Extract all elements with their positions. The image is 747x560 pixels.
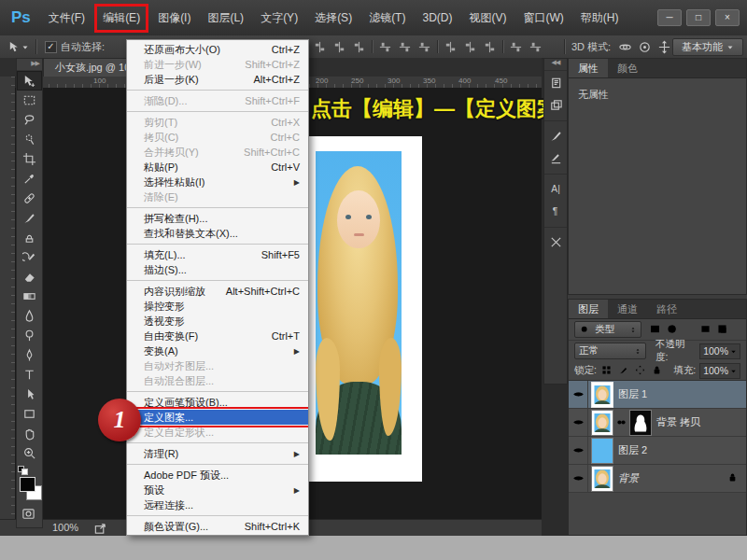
menu-image[interactable]: 图像(I) bbox=[149, 7, 199, 30]
menu-window[interactable]: 窗口(W) bbox=[514, 7, 571, 30]
pixel-layer-filter-button[interactable] bbox=[649, 323, 661, 337]
paragraph-panel-button[interactable]: ¶ bbox=[544, 200, 567, 222]
rectangle-shape-tool[interactable] bbox=[17, 404, 42, 424]
quick-mask-button[interactable] bbox=[21, 505, 35, 522]
history-panel-button[interactable] bbox=[544, 71, 567, 93]
quick-selection-tool[interactable] bbox=[17, 130, 42, 149]
zoom-tool[interactable] bbox=[17, 443, 42, 463]
lasso-tool[interactable] bbox=[17, 110, 42, 130]
eye-icon[interactable] bbox=[572, 388, 585, 400]
properties-tab[interactable]: 属性 bbox=[569, 59, 608, 77]
align-right-edges-button[interactable] bbox=[417, 40, 431, 54]
menu-edit[interactable]: 编辑(E) bbox=[94, 4, 148, 33]
layer-thumbnail[interactable] bbox=[588, 383, 616, 407]
path-selection-tool[interactable] bbox=[17, 385, 42, 404]
edit-menu-item-purge[interactable]: 清理(R)▶ bbox=[127, 446, 308, 461]
tools-panel-collapse[interactable]: ▶▶ bbox=[17, 59, 42, 71]
layer-thumbnail[interactable] bbox=[588, 439, 616, 463]
menu-layer[interactable]: 图层(L) bbox=[199, 7, 252, 30]
menu-file[interactable]: 文件(F) bbox=[40, 7, 93, 30]
layers-tab[interactable]: 图层 bbox=[569, 300, 608, 318]
move-tool[interactable] bbox=[17, 71, 42, 91]
edit-menu-item-define-brush-preset[interactable]: 定义画笔预设(B)... bbox=[127, 395, 308, 410]
export-icon[interactable] bbox=[93, 522, 107, 536]
align-top-edges-button[interactable] bbox=[313, 40, 327, 54]
lock-image-pixels-button[interactable] bbox=[617, 364, 629, 378]
distribute-horizontal-centers-button[interactable] bbox=[529, 40, 543, 54]
edit-menu-item-undo-canvas-size[interactable]: 还原画布大小(O)Ctrl+Z bbox=[127, 42, 308, 57]
distribute-vertical-centers-button[interactable] bbox=[463, 40, 477, 54]
hand-tool[interactable] bbox=[17, 424, 42, 443]
edit-menu-item-define-pattern[interactable]: 定义图案... bbox=[127, 410, 308, 425]
layer-thumbnail[interactable] bbox=[588, 411, 655, 435]
align-horizontal-centers-button[interactable] bbox=[398, 40, 412, 54]
eye-icon[interactable] bbox=[572, 416, 585, 428]
foreground-color-swatch[interactable] bbox=[20, 477, 35, 492]
blend-mode-select[interactable]: 正常 bbox=[574, 343, 646, 359]
close-button[interactable]: × bbox=[715, 9, 740, 26]
auto-select-checkbox[interactable]: ✓ bbox=[45, 41, 57, 53]
edit-menu-item-fill[interactable]: 填充(L)...Shift+F5 bbox=[127, 247, 308, 262]
maximize-button[interactable]: □ bbox=[686, 9, 711, 26]
distribute-top-edges-button[interactable] bbox=[444, 40, 458, 54]
visibility-toggle[interactable] bbox=[569, 465, 588, 492]
lock-position-button[interactable] bbox=[634, 364, 646, 378]
edit-menu-item-paste-special[interactable]: 选择性粘贴(I)▶ bbox=[127, 175, 308, 189]
type-layer-filter-button[interactable] bbox=[683, 323, 695, 337]
menu-help[interactable]: 帮助(H) bbox=[572, 7, 627, 30]
eyedropper-tool[interactable] bbox=[17, 169, 42, 189]
eraser-tool[interactable] bbox=[17, 267, 42, 287]
layer-row-background-copy[interactable]: 背景 拷贝 bbox=[569, 409, 746, 437]
edit-menu-item-perspective-warp[interactable]: 透视变形 bbox=[127, 314, 308, 329]
3d-orbit-button[interactable] bbox=[618, 40, 632, 54]
rect-marquee-tool[interactable] bbox=[17, 91, 42, 110]
lock-all-button[interactable] bbox=[651, 364, 663, 378]
shape-layer-filter-button[interactable] bbox=[699, 323, 712, 337]
minimize-button[interactable]: ─ bbox=[657, 9, 682, 26]
edit-menu-item-color-settings[interactable]: 颜色设置(G)...Shift+Ctrl+K bbox=[127, 519, 308, 534]
layer-row-layer-1[interactable]: 图层 1 bbox=[569, 381, 746, 409]
clone-source-panel-button[interactable] bbox=[544, 231, 567, 253]
properties-tab[interactable]: 颜色 bbox=[608, 59, 647, 77]
opacity-value[interactable]: 100% bbox=[699, 343, 740, 359]
visibility-toggle[interactable] bbox=[569, 437, 588, 464]
smart-object-filter-button[interactable] bbox=[716, 323, 728, 337]
menu-type[interactable]: 文字(Y) bbox=[252, 7, 306, 30]
history-brush-tool[interactable] bbox=[17, 247, 42, 267]
menu-3d[interactable]: 3D(D) bbox=[414, 7, 460, 28]
pen-tool[interactable] bbox=[17, 345, 42, 365]
layers-tab[interactable]: 路径 bbox=[647, 300, 686, 318]
eye-icon[interactable] bbox=[572, 472, 585, 484]
distribute-bottom-edges-button[interactable] bbox=[483, 40, 497, 54]
edit-menu-item-transform[interactable]: 变换(A)▶ bbox=[127, 343, 308, 358]
visibility-toggle[interactable] bbox=[569, 381, 588, 408]
layer-comps-panel-button[interactable] bbox=[544, 93, 567, 116]
lock-transparent-pixels-button[interactable] bbox=[600, 364, 613, 378]
layer-row-background[interactable]: 背景 bbox=[569, 465, 746, 493]
3d-pan-button[interactable] bbox=[657, 40, 671, 54]
dock-collapse[interactable]: ◀◀ bbox=[544, 59, 567, 71]
brush-tool[interactable] bbox=[17, 208, 42, 228]
layer-row-layer-2[interactable]: 图层 2 bbox=[569, 437, 746, 465]
brush-presets-panel-button[interactable] bbox=[544, 147, 567, 169]
layer-filter-type-select[interactable]: 类型 bbox=[574, 321, 641, 338]
align-bottom-edges-button[interactable] bbox=[352, 40, 366, 54]
brush-panel-button[interactable] bbox=[544, 124, 567, 147]
gradient-tool[interactable] bbox=[17, 287, 42, 306]
default-colors-icon[interactable] bbox=[18, 466, 27, 473]
edit-menu-item-remote-connections[interactable]: 远程连接... bbox=[127, 497, 308, 512]
edit-menu-item-puppet-warp[interactable]: 操控变形 bbox=[127, 299, 308, 314]
dodge-tool[interactable] bbox=[17, 326, 42, 345]
edit-menu-item-presets[interactable]: 预设▶ bbox=[127, 483, 308, 497]
edit-menu-item-check-spelling[interactable]: 拼写检查(H)... bbox=[127, 211, 308, 226]
layers-tab[interactable]: 通道 bbox=[608, 300, 647, 318]
move-tool-badge[interactable] bbox=[7, 35, 29, 58]
visibility-toggle[interactable] bbox=[569, 409, 588, 436]
menu-select[interactable]: 选择(S) bbox=[306, 7, 360, 30]
align-left-edges-button[interactable] bbox=[378, 40, 392, 54]
edit-menu-item-content-aware-scale[interactable]: 内容识别缩放Alt+Shift+Ctrl+C bbox=[127, 284, 308, 299]
workspace-switcher[interactable]: 基本功能 bbox=[672, 38, 743, 56]
menu-view[interactable]: 视图(V) bbox=[460, 7, 514, 30]
edit-menu-item-adobe-pdf-presets[interactable]: Adobe PDF 预设... bbox=[127, 468, 308, 483]
edit-menu-item-free-transform[interactable]: 自由变换(F)Ctrl+T bbox=[127, 329, 308, 343]
